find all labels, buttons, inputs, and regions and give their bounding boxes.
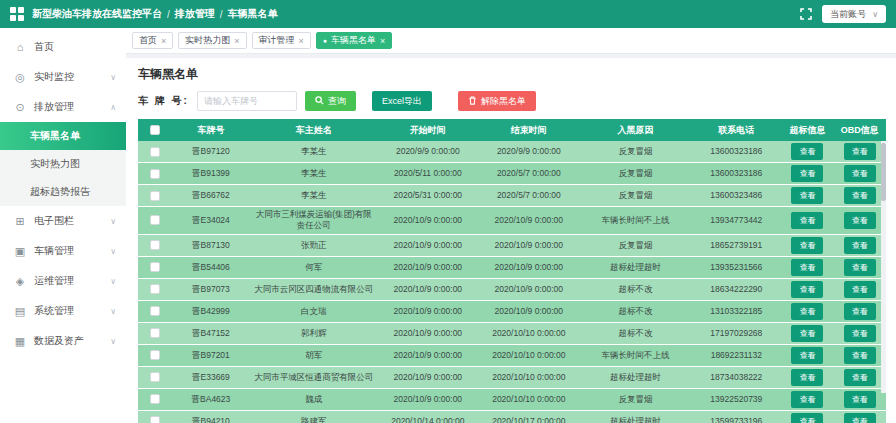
view-obd-info-button[interactable]: 查看 xyxy=(844,303,876,320)
view-obd-info-button[interactable]: 查看 xyxy=(844,165,876,182)
tab-label: 实时热力图 xyxy=(185,34,230,47)
row-checkbox[interactable] xyxy=(150,169,160,179)
cell-phone: 17197029268 xyxy=(691,323,781,344)
sidebar-item[interactable]: ▣ 车辆管理 ∨ xyxy=(0,236,126,266)
sidebar-subitem[interactable]: 实时热力图 xyxy=(0,150,126,178)
row-checkbox[interactable] xyxy=(150,350,160,360)
table-row: 晋B87130 张勤正 2020/10/9 0:00:00 2020/10/9 … xyxy=(138,235,886,257)
cell-end-time: 2020/9/9 0:00:00 xyxy=(478,141,579,162)
tab-实时热力图[interactable]: ● 实时热力图 × xyxy=(178,32,246,49)
sidebar-item[interactable]: ⊙ 排放管理 ∧ xyxy=(0,92,126,122)
cell-end-time: 2020/10/10 0:00:00 xyxy=(478,389,579,410)
view-obd-info-button[interactable]: 查看 xyxy=(844,413,876,423)
cell-plate: 晋B54406 xyxy=(172,257,251,278)
breadcrumb-module: 排放管理 xyxy=(175,7,215,21)
row-checkbox[interactable] xyxy=(150,284,160,294)
view-exceed-info-button[interactable]: 查看 xyxy=(791,413,823,423)
cell-reason: 反复冒烟 xyxy=(579,141,691,162)
fullscreen-icon[interactable] xyxy=(800,8,812,20)
view-exceed-info-button[interactable]: 查看 xyxy=(791,259,823,276)
view-exceed-info-button[interactable]: 查看 xyxy=(791,143,823,160)
sidebar-subitem[interactable]: 超标趋势报告 xyxy=(0,178,126,206)
sidebar-item[interactable]: ▤ 系统管理 ∨ xyxy=(0,296,126,326)
sidebar-item[interactable]: ◎ 实时监控 ∨ xyxy=(0,62,126,92)
tab-bar: ● 首页 × ● 实时热力图 × ● 审计管理 × ● 车辆黑名单 × xyxy=(126,28,896,54)
view-exceed-info-button[interactable]: 查看 xyxy=(791,369,823,386)
cell-phone: 13599733196 xyxy=(691,411,781,423)
row-checkbox[interactable] xyxy=(150,416,160,423)
sidebar-item[interactable]: ⌂ 首页 xyxy=(0,32,126,62)
view-obd-info-button[interactable]: 查看 xyxy=(844,281,876,298)
table-row: 晋B97073 大同市云冈区四通物流有限公司 2020/10/9 0:00:00… xyxy=(138,279,886,301)
row-checkbox[interactable] xyxy=(150,240,160,250)
cell-plate: 晋B91399 xyxy=(172,163,251,184)
sidebar-item-label: 运维管理 xyxy=(34,274,102,288)
view-obd-info-button[interactable]: 查看 xyxy=(844,369,876,386)
tab-首页[interactable]: ● 首页 × xyxy=(132,32,173,49)
table-header-row: 车牌号车主姓名开始时间结束时间入黑原因联系电话超标信息OBD信息 xyxy=(138,119,886,141)
view-exceed-info-button[interactable]: 查看 xyxy=(791,391,823,408)
cell-owner: 李某生 xyxy=(250,141,377,162)
breadcrumb-separator: / xyxy=(220,9,223,20)
view-exceed-info-button[interactable]: 查看 xyxy=(791,165,823,182)
scrollbar-thumb[interactable] xyxy=(881,143,886,201)
view-obd-info-button[interactable]: 查看 xyxy=(844,347,876,364)
search-button[interactable]: 查询 xyxy=(305,91,356,111)
row-checkbox[interactable] xyxy=(150,306,160,316)
table-row: 晋B66762 李某生 2020/5/31 0:00:00 2020/5/7 0… xyxy=(138,185,886,207)
view-obd-info-button[interactable]: 查看 xyxy=(844,187,876,204)
row-checkbox[interactable] xyxy=(150,262,160,272)
view-exceed-info-button[interactable]: 查看 xyxy=(791,212,823,229)
sidebar-item[interactable]: ◈ 运维管理 ∨ xyxy=(0,266,126,296)
excel-export-button[interactable]: Excel导出 xyxy=(372,91,432,111)
view-obd-info-button[interactable]: 查看 xyxy=(844,325,876,342)
row-checkbox[interactable] xyxy=(150,215,160,225)
view-exceed-info-button[interactable]: 查看 xyxy=(791,237,823,254)
plate-number-input[interactable] xyxy=(197,91,297,111)
remove-blacklist-button[interactable]: 解除黑名单 xyxy=(458,91,536,111)
cell-plate: 晋E33669 xyxy=(172,367,251,388)
sidebar-subitem[interactable]: 车辆黑名单 xyxy=(0,122,126,150)
tab-label: 车辆黑名单 xyxy=(331,34,376,47)
sidebar-item[interactable]: ⊞ 电子围栏 ∨ xyxy=(0,206,126,236)
view-exceed-info-button[interactable]: 查看 xyxy=(791,281,823,298)
account-dropdown[interactable]: 当前账号 ∨ xyxy=(822,5,886,23)
breadcrumb: 新型柴油车排放在线监控平台 / 排放管理 / 车辆黑名单 xyxy=(32,7,278,21)
view-obd-info-button[interactable]: 查看 xyxy=(844,237,876,254)
row-checkbox[interactable] xyxy=(150,328,160,338)
tab-审计管理[interactable]: ● 审计管理 × xyxy=(252,32,311,49)
row-checkbox[interactable] xyxy=(150,191,160,201)
row-checkbox[interactable] xyxy=(150,372,160,382)
cell-end-time: 2020/5/7 0:00:00 xyxy=(478,163,579,184)
sidebar-item-label: 首页 xyxy=(34,40,108,54)
close-icon[interactable]: × xyxy=(234,36,239,46)
sidebar-item-label: 排放管理 xyxy=(34,100,102,114)
row-checkbox[interactable] xyxy=(150,394,160,404)
close-icon[interactable]: × xyxy=(161,36,166,46)
row-checkbox[interactable] xyxy=(150,147,160,157)
content-card: 车辆黑名单 车 牌 号: 查询 Excel导出 xyxy=(126,58,896,423)
cell-plate: 晋B47152 xyxy=(172,323,251,344)
tab-车辆黑名单[interactable]: ● 车辆黑名单 × xyxy=(316,32,393,49)
view-obd-info-button[interactable]: 查看 xyxy=(844,391,876,408)
view-obd-info-button[interactable]: 查看 xyxy=(844,212,876,229)
view-exceed-info-button[interactable]: 查看 xyxy=(791,325,823,342)
sidebar-submenu: 车辆黑名单实时热力图超标趋势报告 xyxy=(0,122,126,206)
table-row: 晋B94210 路建军 2020/10/14 0:00:00 2020/10/1… xyxy=(138,411,886,423)
filter-bar: 车 牌 号: 查询 Excel导出 xyxy=(138,91,886,111)
view-exceed-info-button[interactable]: 查看 xyxy=(791,347,823,364)
close-icon[interactable]: × xyxy=(299,36,304,46)
tab-label: 审计管理 xyxy=(259,34,295,47)
cell-reason: 车辆长时间不上线 xyxy=(579,207,691,234)
cell-start-time: 2020/9/9 0:00:00 xyxy=(377,141,478,162)
view-exceed-info-button[interactable]: 查看 xyxy=(791,303,823,320)
view-exceed-info-button[interactable]: 查看 xyxy=(791,187,823,204)
cell-owner: 大同市三利煤炭运输(集团)有限责任公司 xyxy=(250,207,377,234)
monitor-icon: ◎ xyxy=(14,71,26,84)
view-obd-info-button[interactable]: 查看 xyxy=(844,143,876,160)
select-all-checkbox[interactable] xyxy=(150,125,160,135)
column-header: 入黑原因 xyxy=(579,119,691,141)
close-icon[interactable]: × xyxy=(380,36,385,46)
sidebar-item[interactable]: ▦ 数据及资产 ∨ xyxy=(0,326,126,356)
view-obd-info-button[interactable]: 查看 xyxy=(844,259,876,276)
